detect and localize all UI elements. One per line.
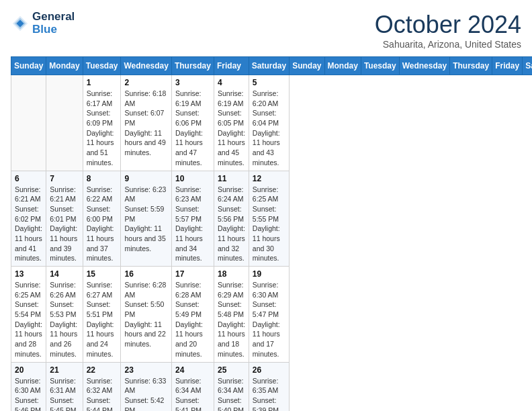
sunrise-text: Sunrise: 6:24 AM <box>218 185 245 204</box>
day-number: 16 <box>124 269 167 279</box>
sunset-text: Sunset: 5:45 PM <box>50 396 79 411</box>
sunrise-text: Sunrise: 6:19 AM <box>175 89 210 108</box>
sunset-text: Sunset: 6:09 PM <box>87 108 118 128</box>
cell-details: Sunrise: 6:34 AMSunset: 5:41 PMDaylight:… <box>175 376 210 412</box>
cell-details: Sunrise: 6:23 AMSunset: 5:59 PMDaylight:… <box>124 185 167 254</box>
sunset-text: Sunset: 5:48 PM <box>218 300 245 319</box>
day-number: 9 <box>124 174 167 183</box>
sunrise-text: Sunrise: 6:30 AM <box>253 280 285 300</box>
sunset-text: Sunset: 5:40 PM <box>218 396 245 411</box>
day-number: 11 <box>218 174 245 183</box>
cell-details: Sunrise: 6:25 AMSunset: 5:55 PMDaylight:… <box>253 185 285 264</box>
daylight-text: Daylight: 11 hours and 28 minutes. <box>15 320 42 359</box>
day-number: 10 <box>175 174 210 183</box>
sunrise-text: Sunrise: 6:19 AM <box>218 89 245 108</box>
page-header: General Blue October 2024 Sahuarita, Ari… <box>11 11 521 50</box>
cell-details: Sunrise: 6:31 AMSunset: 5:45 PMDaylight:… <box>50 376 79 412</box>
calendar-cell: 8Sunrise: 6:22 AMSunset: 6:00 PMDaylight… <box>83 171 121 267</box>
day-number: 15 <box>87 269 118 279</box>
cell-details: Sunrise: 6:28 AMSunset: 5:50 PMDaylight:… <box>124 280 167 349</box>
cell-details: Sunrise: 6:34 AMSunset: 5:40 PMDaylight:… <box>218 376 245 412</box>
daylight-text: Daylight: 11 hours and 18 minutes. <box>218 320 245 359</box>
calendar-cell: 24Sunrise: 6:34 AMSunset: 5:41 PMDayligh… <box>171 362 214 411</box>
sunrise-text: Sunrise: 6:20 AM <box>253 89 285 108</box>
calendar-cell: 20Sunrise: 6:30 AMSunset: 5:46 PMDayligh… <box>11 362 46 411</box>
calendar-cell: 5Sunrise: 6:20 AMSunset: 6:04 PMDaylight… <box>249 75 289 171</box>
day-number: 7 <box>50 174 79 183</box>
calendar-cell: 4Sunrise: 6:19 AMSunset: 6:05 PMDaylight… <box>214 75 249 171</box>
day-number: 17 <box>175 269 210 279</box>
cell-details: Sunrise: 6:19 AMSunset: 6:05 PMDaylight:… <box>218 89 245 168</box>
sunset-text: Sunset: 6:00 PM <box>87 204 118 224</box>
logo-line1: General <box>32 11 75 24</box>
logo: General Blue <box>11 11 75 36</box>
header-day-monday: Monday <box>46 57 83 75</box>
calendar-cell: 7Sunrise: 6:21 AMSunset: 6:01 PMDaylight… <box>46 171 83 267</box>
day-number: 3 <box>175 78 210 87</box>
cell-details: Sunrise: 6:17 AMSunset: 6:09 PMDaylight:… <box>87 89 118 168</box>
calendar-cell <box>11 75 46 171</box>
calendar-cell: 11Sunrise: 6:24 AMSunset: 5:56 PMDayligh… <box>214 171 249 267</box>
cell-details: Sunrise: 6:35 AMSunset: 5:39 PMDaylight:… <box>253 376 285 412</box>
sunset-text: Sunset: 6:01 PM <box>50 204 79 224</box>
cell-details: Sunrise: 6:19 AMSunset: 6:06 PMDaylight:… <box>175 89 210 168</box>
sunset-text: Sunset: 5:49 PM <box>175 300 210 319</box>
sunset-text: Sunset: 6:07 PM <box>124 108 167 128</box>
sunrise-text: Sunrise: 6:35 AM <box>253 376 285 396</box>
sunset-text: Sunset: 5:42 PM <box>124 396 167 411</box>
calendar-header-row: SundayMondayTuesdayWednesdayThursdayFrid… <box>11 57 533 75</box>
location-subtitle: Sahuarita, Arizona, United States <box>375 39 521 50</box>
cell-details: Sunrise: 6:20 AMSunset: 6:04 PMDaylight:… <box>253 89 285 168</box>
sunrise-text: Sunrise: 6:28 AM <box>175 280 210 300</box>
header-thursday: Thursday <box>450 57 492 75</box>
day-number: 8 <box>87 174 118 183</box>
daylight-text: Daylight: 11 hours and 22 minutes. <box>124 320 167 349</box>
daylight-text: Daylight: 11 hours and 20 minutes. <box>175 320 210 359</box>
logo-icon <box>11 14 30 33</box>
calendar-cell: 15Sunrise: 6:27 AMSunset: 5:51 PMDayligh… <box>83 267 121 363</box>
daylight-text: Daylight: 11 hours and 43 minutes. <box>253 128 285 168</box>
cell-details: Sunrise: 6:33 AMSunset: 5:42 PMDaylight:… <box>124 376 167 412</box>
calendar-cell: 10Sunrise: 6:23 AMSunset: 5:57 PMDayligh… <box>171 171 214 267</box>
calendar-cell: 6Sunrise: 6:21 AMSunset: 6:02 PMDaylight… <box>11 171 46 267</box>
header-day-sunday: Sunday <box>11 57 46 75</box>
cell-details: Sunrise: 6:26 AMSunset: 5:53 PMDaylight:… <box>50 280 79 359</box>
day-number: 19 <box>253 269 285 279</box>
daylight-text: Daylight: 11 hours and 24 minutes. <box>87 320 118 359</box>
calendar-cell: 14Sunrise: 6:26 AMSunset: 5:53 PMDayligh… <box>46 267 83 363</box>
calendar-cell: 13Sunrise: 6:25 AMSunset: 5:54 PMDayligh… <box>11 267 46 363</box>
sunrise-text: Sunrise: 6:33 AM <box>124 376 167 396</box>
calendar-cell: 25Sunrise: 6:34 AMSunset: 5:40 PMDayligh… <box>214 362 249 411</box>
header-day-saturday: Saturday <box>249 57 289 75</box>
sunrise-text: Sunrise: 6:34 AM <box>175 376 210 396</box>
calendar-cell: 16Sunrise: 6:28 AMSunset: 5:50 PMDayligh… <box>121 267 171 363</box>
sunset-text: Sunset: 6:05 PM <box>218 108 245 128</box>
daylight-text: Daylight: 11 hours and 41 minutes. <box>15 224 42 263</box>
sunrise-text: Sunrise: 6:31 AM <box>50 376 79 396</box>
calendar-cell: 3Sunrise: 6:19 AMSunset: 6:06 PMDaylight… <box>171 75 214 171</box>
sunset-text: Sunset: 5:57 PM <box>175 204 210 224</box>
day-number: 22 <box>87 365 118 375</box>
day-number: 18 <box>218 269 245 279</box>
sunset-text: Sunset: 5:41 PM <box>175 396 210 411</box>
calendar-cell: 9Sunrise: 6:23 AMSunset: 5:59 PMDaylight… <box>121 171 171 267</box>
sunrise-text: Sunrise: 6:21 AM <box>50 185 79 204</box>
calendar-week-row: 1Sunrise: 6:17 AMSunset: 6:09 PMDaylight… <box>11 75 533 171</box>
sunrise-text: Sunrise: 6:26 AM <box>50 280 79 300</box>
cell-details: Sunrise: 6:32 AMSunset: 5:44 PMDaylight:… <box>87 376 118 412</box>
calendar-cell: 23Sunrise: 6:33 AMSunset: 5:42 PMDayligh… <box>121 362 171 411</box>
sunrise-text: Sunrise: 6:21 AM <box>15 185 42 204</box>
daylight-text: Daylight: 11 hours and 45 minutes. <box>218 128 245 168</box>
header-day-tuesday: Tuesday <box>83 57 121 75</box>
month-title: October 2024 <box>375 11 521 39</box>
sunset-text: Sunset: 6:02 PM <box>15 204 42 224</box>
header-day-thursday: Thursday <box>171 57 214 75</box>
day-number: 13 <box>15 269 42 279</box>
calendar-cell: 12Sunrise: 6:25 AMSunset: 5:55 PMDayligh… <box>249 171 289 267</box>
sunset-text: Sunset: 6:04 PM <box>253 108 285 128</box>
calendar-week-row: 20Sunrise: 6:30 AMSunset: 5:46 PMDayligh… <box>11 362 533 411</box>
sunrise-text: Sunrise: 6:29 AM <box>218 280 245 300</box>
day-number: 1 <box>87 78 118 87</box>
daylight-text: Daylight: 11 hours and 32 minutes. <box>218 224 245 263</box>
daylight-text: Daylight: 11 hours and 34 minutes. <box>175 224 210 263</box>
